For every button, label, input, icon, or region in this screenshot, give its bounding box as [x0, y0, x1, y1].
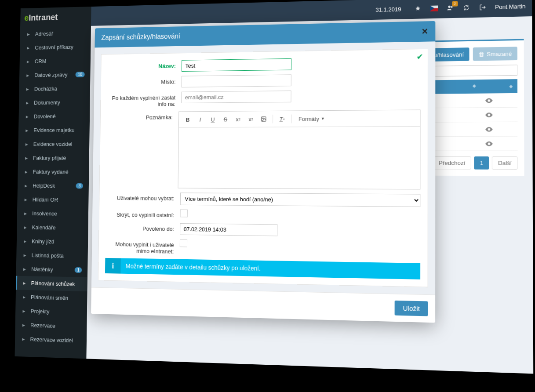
sun-icon: ▸ — [24, 113, 30, 120]
sidebar-item-label: Hlídání OR — [33, 196, 58, 203]
underline-icon[interactable]: U — [207, 114, 218, 125]
pager-next[interactable]: Další — [492, 156, 518, 170]
label-povoleno: Povoleno do: — [106, 222, 180, 232]
topbar-user[interactable]: Pont Martin — [495, 3, 526, 10]
sidebar-item-adres-[interactable]: ▸Adresář — [20, 26, 91, 41]
sidebar-badge: 10 — [75, 72, 84, 77]
sidebar-item-crm[interactable]: ▸CRM — [19, 54, 91, 69]
refresh-icon[interactable] — [462, 4, 470, 12]
sidebar-item-evidence-majetku[interactable]: ▸Evidence majetku — [18, 123, 90, 137]
superscript-icon[interactable]: x2 — [233, 114, 244, 124]
sidebar-item-hl-d-n-or[interactable]: ▸Hlídání OR — [17, 192, 88, 207]
sidebar-item-label: Dokumenty — [34, 99, 60, 106]
sidebar-item-cestovn-p-kazy[interactable]: ▸Cestovní příkazy — [20, 40, 91, 54]
povoleno-input[interactable] — [180, 223, 277, 236]
sidebar-item-evidence-vozidel[interactable]: ▸Evidence vozidel — [18, 137, 89, 151]
trash-icon: 🗑 — [478, 51, 484, 57]
sidebar-item-kalend-e[interactable]: ▸Kalendáře — [17, 220, 88, 235]
svg-point-1 — [451, 6, 452, 8]
sidebar-item-doch-zka[interactable]: ▸Docházka — [19, 81, 90, 96]
bars-icon: ▸ — [21, 308, 27, 314]
italic-icon[interactable]: I — [195, 114, 206, 125]
sidebar-item-rezervace-vozidel[interactable]: ▸Rezervace vozidel — [15, 332, 87, 348]
sidebar-item-label: Dovolené — [34, 113, 56, 120]
car-icon: ▸ — [24, 141, 29, 147]
format-dropdown[interactable]: Formáty ▼ — [295, 114, 328, 123]
subscript-icon[interactable]: x2 — [245, 114, 256, 124]
users-icon[interactable]: 2 — [446, 4, 454, 12]
view-icon[interactable] — [485, 126, 513, 132]
sidebar: ▸Adresář▸Cestovní příkazy▸CRM▸Datové zpr… — [15, 26, 91, 359]
sidebar-item-n-st-nky[interactable]: ▸Nástěnky1 — [16, 262, 88, 277]
note-editor: B I U S x2 x2 T× — [178, 109, 421, 189]
email-input[interactable] — [181, 91, 291, 103]
pager-prev[interactable]: Předchozí — [433, 156, 471, 170]
cal-icon: ▸ — [22, 280, 27, 287]
car-icon: ▸ — [25, 45, 31, 51]
logout-icon[interactable] — [479, 3, 487, 11]
sidebar-item-label: Plánování směn — [31, 294, 68, 301]
nazev-input[interactable] — [182, 58, 291, 72]
label-skryt: Skrýt, co vyplnili ostatní: — [106, 209, 180, 218]
topbar-date: 31.1.2019 — [375, 6, 401, 13]
sidebar-item-label: Kalendáře — [32, 224, 56, 231]
view-icon[interactable] — [485, 112, 513, 118]
cal-icon: ▸ — [21, 322, 26, 328]
view-icon[interactable] — [485, 141, 513, 146]
col-actions[interactable]: ◆ — [481, 79, 518, 94]
sidebar-item-rezervace[interactable]: ▸Rezervace — [15, 318, 87, 334]
sidebar-item-label: Adresář — [35, 30, 53, 37]
chevron-down-icon: ▼ — [321, 116, 325, 121]
sidebar-item-listinn-po-ta[interactable]: ▸Listinná pošta — [16, 248, 88, 263]
sidebar-item-label: Cestovní příkazy — [35, 44, 73, 51]
cal-icon: ▸ — [22, 224, 28, 231]
sidebar-item-label: Evidence majetku — [33, 127, 74, 134]
address-icon: ▸ — [25, 31, 31, 37]
doc-icon: ▸ — [25, 100, 30, 106]
clock-icon: ▸ — [25, 86, 30, 92]
car-icon: ▸ — [22, 238, 28, 244]
cal-icon: ▸ — [21, 294, 27, 300]
sidebar-item-faktury-p-ijat-[interactable]: ▸Faktury přijaté — [18, 151, 89, 165]
mimo-checkbox[interactable] — [180, 239, 187, 247]
sidebar-item-insolvence[interactable]: ▸Insolvence — [17, 207, 89, 221]
deleted-button[interactable]: 🗑 Smazané — [473, 47, 517, 61]
modal-close-button[interactable]: ✕ — [422, 26, 428, 36]
clear-format-icon[interactable]: T× — [277, 114, 288, 124]
app-logo: eIntranet — [20, 7, 91, 27]
skryt-checkbox[interactable] — [180, 210, 188, 218]
note-textarea[interactable] — [178, 127, 420, 189]
flag-icon[interactable] — [430, 4, 438, 12]
sidebar-item-label: Rezervace vozidel — [30, 336, 73, 344]
bold-icon[interactable]: B — [182, 114, 193, 125]
pager-page-1[interactable]: 1 — [474, 156, 489, 170]
misto-input[interactable] — [182, 74, 291, 87]
view-icon[interactable] — [485, 98, 513, 103]
sidebar-item-label: Evidence vozidel — [33, 141, 73, 147]
inbox-icon: ▸ — [25, 72, 31, 78]
search-input[interactable] — [426, 65, 517, 76]
info-banner: i Možné termíny zadáte v detailu schůzky… — [105, 258, 420, 279]
list-icon: ▸ — [25, 58, 31, 65]
save-button[interactable]: Uložit — [395, 301, 428, 316]
mail-icon: ▸ — [22, 252, 28, 258]
sidebar-item-dokumenty[interactable]: ▸Dokumenty — [19, 95, 90, 110]
sidebar-item-datov-zpr-vy[interactable]: ▸Datové zprávy10 — [19, 67, 91, 82]
sidebar-item-dovolen-[interactable]: ▸Dovolené — [18, 109, 90, 123]
sidebar-item-pl-nov-n-sm-n[interactable]: ▸Plánování směn — [16, 290, 87, 305]
mail-icon: ▸ — [23, 182, 29, 189]
sidebar-item-knihy-j-zd[interactable]: ▸Knihy jízd — [17, 234, 88, 249]
users-select[interactable]: Více termínů, které se hodí (ano/ne) — [180, 192, 421, 207]
sidebar-item-projekty[interactable]: ▸Projekty — [15, 304, 87, 319]
sidebar-item-label: Rezervace — [30, 322, 55, 329]
sidebar-item-pl-nov-n-sch-zek[interactable]: ▸Plánování schůzek — [16, 276, 87, 291]
card-icon: ▸ — [24, 155, 29, 161]
sidebar-item-label: Nástěnky — [31, 266, 53, 272]
strike-icon[interactable]: S — [220, 114, 231, 125]
label-misto: Místo: — [108, 76, 182, 86]
image-icon[interactable] — [258, 114, 269, 124]
label-mimo: Mohou vyplnit i uživatelé mimo eIntranet… — [106, 238, 180, 255]
pin-icon[interactable] — [414, 4, 422, 13]
sidebar-item-helpdesk[interactable]: ▸HelpDesk3 — [18, 179, 89, 193]
sidebar-item-faktury-vydan-[interactable]: ▸Faktury vydané — [18, 165, 89, 179]
